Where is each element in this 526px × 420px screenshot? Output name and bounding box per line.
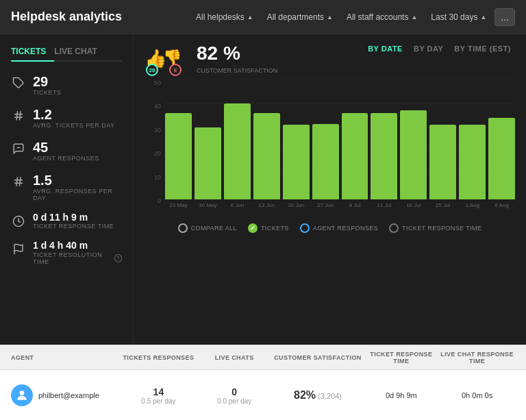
bar-group: [342, 113, 368, 199]
hash2-icon: [11, 174, 26, 189]
th-agent: AGENT: [11, 354, 121, 361]
more-options-button[interactable]: ...: [494, 8, 515, 26]
chevron-icon: ▲: [247, 14, 253, 21]
thumbs-area: 👍 👎 28 6: [145, 46, 183, 71]
stat-ticket-resolution-time: 1 d 4 h 40 m TICKET RESOLUTION TIME ?: [11, 240, 122, 264]
bar: [459, 125, 486, 199]
bar-group: [488, 118, 515, 199]
stat-avg-tickets: 1.2 AVRG. TICKETS PER DAY: [11, 107, 122, 129]
livechat-cell: 0 0.0 per day: [197, 386, 273, 405]
th-tickets-responses: TICKETS RESPONSES: [121, 354, 197, 361]
bar: [429, 125, 456, 199]
bar-group: [312, 124, 339, 199]
x-labels: 23 May30 May6 Jun13 Jun20 Jun27 Jun4 Jul…: [165, 202, 515, 208]
bar-group: [195, 127, 221, 199]
legend-tickets[interactable]: ✓ TICKETS: [248, 223, 289, 233]
bar: [253, 113, 280, 199]
chevron-icon: ▲: [480, 14, 486, 21]
legend-compare-all[interactable]: COMPARE ALL: [178, 223, 237, 233]
bar: [224, 103, 251, 199]
x-label: 27 Jun: [312, 202, 339, 208]
app-title: Helpdesk analytics: [11, 10, 122, 24]
x-label: 13 Jun: [253, 202, 280, 208]
legend-dot-compare: [178, 223, 188, 233]
table-row: philbert@example 14 0.5 per day 0 0.0 pe…: [0, 370, 526, 420]
help2-icon[interactable]: ?: [114, 254, 122, 262]
x-label: 30 May: [195, 202, 221, 208]
th-live-chats: LIVE CHATS: [197, 354, 273, 361]
svg-point-18: [20, 391, 25, 395]
thumbs-down-count: 6: [169, 64, 181, 76]
tickets-cell: 14 0.5 per day: [121, 386, 197, 405]
stat-tickets: 29 TICKETS: [11, 74, 122, 96]
bars-wrapper: [165, 79, 515, 199]
bar-group: [165, 113, 192, 199]
x-label: 23 May: [165, 202, 192, 208]
legend-dot-tickets: ✓: [248, 223, 258, 233]
stat-avg-responses: 1.5 AVRG. RESPONSES PER DAY: [11, 173, 122, 201]
filter-staff[interactable]: All staff accounts ▲: [341, 10, 423, 25]
bar-group: [400, 110, 427, 199]
table-header: AGENT TICKETS RESPONSES LIVE CHATS CUSTO…: [0, 345, 526, 370]
bar: [165, 113, 192, 199]
bar-group: [283, 125, 310, 199]
bar-group: [459, 125, 486, 199]
svg-line-4: [20, 111, 21, 121]
app-header: Helpdesk analytics All helpdesks ▲ All d…: [0, 0, 526, 34]
legend-dot-rt: [389, 223, 399, 233]
svg-line-9: [20, 177, 21, 186]
agents-table: AGENT TICKETS RESPONSES LIVE CHATS CUSTO…: [0, 345, 526, 420]
view-by-day-button[interactable]: BY DAY: [410, 42, 447, 55]
th-customer-satisfaction: CUSTOMER SATISFACTION: [273, 354, 364, 361]
chart-view-buttons: BY DATE BY DAY BY TIME (EST): [364, 42, 515, 55]
agent-name: philbert@example: [38, 391, 99, 399]
filter-departments[interactable]: All departments ▲: [262, 10, 338, 25]
hash-icon: [11, 108, 26, 123]
x-label: 25 Jul: [429, 202, 456, 208]
main-content: TICKETS LIVE CHAT 29 TICKETS 1.2 AVRG. T…: [0, 34, 526, 345]
satisfaction-cell: 82% (3,204): [273, 389, 364, 402]
x-label: 6 Jun: [224, 202, 251, 208]
filter-daterange[interactable]: Last 30 days ▲: [425, 10, 492, 25]
legend-ticket-response-time[interactable]: TICKET RESPONSE TIME: [389, 223, 481, 233]
bar: [312, 124, 339, 199]
svg-line-8: [16, 177, 18, 186]
x-label: 20 Jun: [283, 202, 310, 208]
x-label: 4 Jul: [342, 202, 368, 208]
th-ticket-response-time: TICKET RESPONSE TIME: [363, 351, 439, 365]
flag-icon: [11, 242, 26, 257]
x-label: 1 Aug: [459, 202, 486, 208]
bar: [371, 113, 397, 199]
stat-agent-responses: 45 AGENT RESPONSES: [11, 140, 122, 162]
view-by-time-button[interactable]: BY TIME (EST): [450, 42, 515, 55]
chart-header: 👍 👎 28 6 82 % CUSTOMER SATISFACTION BY D…: [145, 42, 515, 74]
view-by-date-button[interactable]: BY DATE: [364, 42, 407, 55]
bar: [400, 110, 427, 199]
svg-line-3: [16, 111, 18, 121]
tab-livechat[interactable]: LIVE CHAT: [54, 42, 105, 62]
bar: [283, 125, 310, 199]
chevron-icon: ▲: [327, 14, 333, 21]
chevron-icon: ▲: [411, 14, 417, 21]
bar: [195, 127, 221, 199]
legend-agent-responses[interactable]: AGENT RESPONSES: [300, 223, 378, 233]
y-axis: 50 40 30 20 10 0: [145, 79, 165, 217]
stat-ticket-response-time: 0 d 11 h 9 m TICKET RESPONSE TIME: [11, 212, 122, 230]
agent-cell: philbert@example: [11, 384, 121, 406]
legend-dot-agent: [300, 223, 310, 233]
tag-icon: [11, 75, 26, 90]
x-label: 18 Jul: [400, 202, 427, 208]
thumbs-up-count: 28: [146, 64, 158, 76]
avatar: [11, 384, 33, 406]
header-filters: All helpdesks ▲ All departments ▲ All st…: [190, 8, 515, 26]
bar-group: [371, 113, 397, 199]
bar-group: [429, 125, 456, 199]
chat-icon: [11, 141, 26, 156]
chart-area: 23 May30 May6 Jun13 Jun20 Jun27 Jun4 Jul…: [165, 79, 515, 217]
satisfaction-block: 👍 👎 28 6 82 % CUSTOMER SATISFACTION: [145, 42, 277, 74]
chart-panel: 👍 👎 28 6 82 % CUSTOMER SATISFACTION BY D…: [134, 34, 526, 345]
tab-tickets[interactable]: TICKETS: [11, 42, 54, 62]
filter-helpdesks[interactable]: All helpdesks ▲: [190, 10, 259, 25]
clock-icon: [11, 214, 26, 229]
bar: [342, 113, 368, 199]
